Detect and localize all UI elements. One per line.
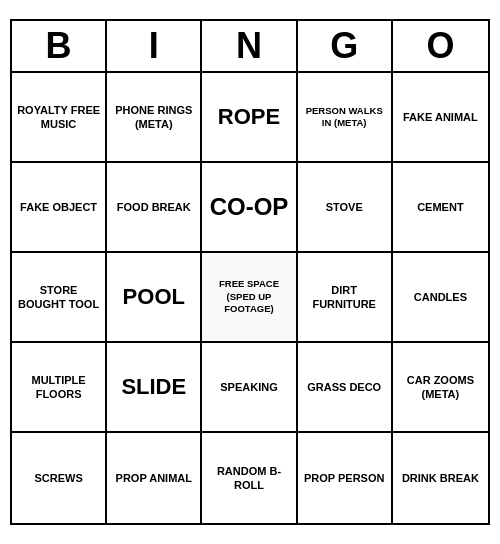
header-i: I xyxy=(107,21,202,71)
bingo-cell-8[interactable]: STOVE xyxy=(298,163,393,253)
bingo-card: B I N G O ROYALTY FREE MUSICPHONE RINGS … xyxy=(10,19,490,525)
header-n: N xyxy=(202,21,297,71)
header-b: B xyxy=(12,21,107,71)
bingo-cell-0[interactable]: ROYALTY FREE MUSIC xyxy=(12,73,107,163)
bingo-cell-16[interactable]: SLIDE xyxy=(107,343,202,433)
bingo-cell-14[interactable]: CANDLES xyxy=(393,253,488,343)
bingo-cell-11[interactable]: POOL xyxy=(107,253,202,343)
bingo-cell-3[interactable]: PERSON WALKS IN (META) xyxy=(298,73,393,163)
bingo-cell-20[interactable]: SCREWS xyxy=(12,433,107,523)
bingo-cell-13[interactable]: DIRT FURNITURE xyxy=(298,253,393,343)
bingo-cell-23[interactable]: PROP PERSON xyxy=(298,433,393,523)
bingo-cell-1[interactable]: PHONE RINGS (META) xyxy=(107,73,202,163)
bingo-cell-18[interactable]: GRASS DECO xyxy=(298,343,393,433)
bingo-cell-5[interactable]: FAKE OBJECT xyxy=(12,163,107,253)
bingo-cell-21[interactable]: PROP ANIMAL xyxy=(107,433,202,523)
bingo-cell-7[interactable]: CO-OP xyxy=(202,163,297,253)
bingo-cell-24[interactable]: DRINK BREAK xyxy=(393,433,488,523)
bingo-cell-15[interactable]: MULTIPLE FLOORS xyxy=(12,343,107,433)
bingo-cell-12[interactable]: FREE SPACE (SPED UP FOOTAGE) xyxy=(202,253,297,343)
bingo-header: B I N G O xyxy=(12,21,488,73)
bingo-cell-6[interactable]: FOOD BREAK xyxy=(107,163,202,253)
header-g: G xyxy=(298,21,393,71)
bingo-cell-4[interactable]: FAKE ANIMAL xyxy=(393,73,488,163)
bingo-cell-10[interactable]: STORE BOUGHT TOOL xyxy=(12,253,107,343)
bingo-cell-17[interactable]: SPEAKING xyxy=(202,343,297,433)
bingo-grid: ROYALTY FREE MUSICPHONE RINGS (META)ROPE… xyxy=(12,73,488,523)
bingo-cell-9[interactable]: CEMENT xyxy=(393,163,488,253)
header-o: O xyxy=(393,21,488,71)
bingo-cell-2[interactable]: ROPE xyxy=(202,73,297,163)
bingo-cell-22[interactable]: RANDOM B-ROLL xyxy=(202,433,297,523)
bingo-cell-19[interactable]: CAR ZOOMS (META) xyxy=(393,343,488,433)
